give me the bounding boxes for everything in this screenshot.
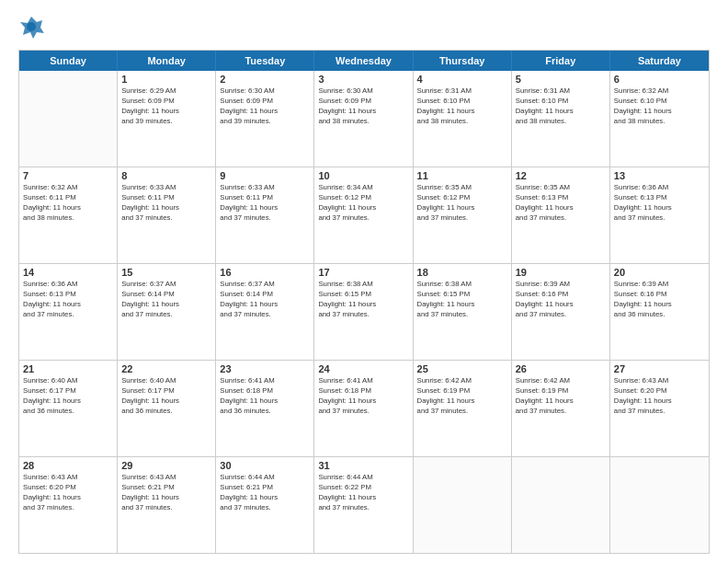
- cell-info: Sunrise: 6:35 AM Sunset: 6:13 PM Dayligh…: [516, 183, 606, 224]
- calendar-cell: 28Sunrise: 6:43 AM Sunset: 6:20 PM Dayli…: [19, 457, 118, 553]
- calendar-cell: 11Sunrise: 6:35 AM Sunset: 6:12 PM Dayli…: [414, 167, 512, 263]
- calendar-cell: 3Sunrise: 6:30 AM Sunset: 6:09 PM Daylig…: [314, 71, 413, 167]
- calendar-cell: [414, 457, 512, 553]
- cell-info: Sunrise: 6:30 AM Sunset: 6:09 PM Dayligh…: [220, 86, 310, 127]
- cell-info: Sunrise: 6:40 AM Sunset: 6:17 PM Dayligh…: [121, 376, 211, 417]
- calendar-cell: 21Sunrise: 6:40 AM Sunset: 6:17 PM Dayli…: [19, 361, 118, 456]
- cell-info: Sunrise: 6:31 AM Sunset: 6:10 PM Dayligh…: [516, 86, 606, 127]
- calendar-cell: 30Sunrise: 6:44 AM Sunset: 6:21 PM Dayli…: [216, 457, 314, 553]
- calendar-cell: [610, 457, 709, 553]
- cell-info: Sunrise: 6:44 AM Sunset: 6:22 PM Dayligh…: [318, 473, 408, 513]
- day-number: 11: [417, 170, 507, 181]
- calendar-cell: 9Sunrise: 6:33 AM Sunset: 6:11 PM Daylig…: [216, 167, 314, 263]
- calendar-cell: 20Sunrise: 6:39 AM Sunset: 6:16 PM Dayli…: [610, 264, 709, 360]
- calendar-cell: 23Sunrise: 6:41 AM Sunset: 6:18 PM Dayli…: [216, 361, 314, 456]
- cell-info: Sunrise: 6:37 AM Sunset: 6:14 PM Dayligh…: [121, 280, 211, 320]
- day-number: 12: [516, 170, 606, 181]
- day-number: 6: [614, 74, 705, 85]
- day-number: 5: [516, 74, 606, 85]
- day-number: 21: [23, 363, 113, 374]
- calendar-cell: 6Sunrise: 6:32 AM Sunset: 6:10 PM Daylig…: [610, 71, 709, 167]
- calendar-cell: 18Sunrise: 6:38 AM Sunset: 6:15 PM Dayli…: [414, 264, 512, 360]
- day-number: 15: [121, 267, 211, 278]
- calendar-cell: 5Sunrise: 6:31 AM Sunset: 6:10 PM Daylig…: [512, 71, 610, 167]
- cell-info: Sunrise: 6:43 AM Sunset: 6:21 PM Dayligh…: [121, 473, 211, 513]
- day-number: 25: [417, 363, 507, 374]
- day-number: 30: [220, 460, 310, 471]
- cell-info: Sunrise: 6:38 AM Sunset: 6:15 PM Dayligh…: [318, 280, 408, 320]
- calendar-cell: [19, 71, 118, 167]
- calendar: SundayMondayTuesdayWednesdayThursdayFrid…: [18, 50, 710, 554]
- day-number: 3: [318, 74, 408, 85]
- calendar-cell: 13Sunrise: 6:36 AM Sunset: 6:13 PM Dayli…: [610, 167, 709, 263]
- calendar-cell: 19Sunrise: 6:39 AM Sunset: 6:16 PM Dayli…: [512, 264, 610, 360]
- calendar-cell: 2Sunrise: 6:30 AM Sunset: 6:09 PM Daylig…: [216, 71, 314, 167]
- calendar-week: 7Sunrise: 6:32 AM Sunset: 6:11 PM Daylig…: [19, 167, 709, 263]
- day-number: 2: [220, 74, 310, 85]
- day-number: 14: [23, 267, 113, 278]
- calendar-cell: 22Sunrise: 6:40 AM Sunset: 6:17 PM Dayli…: [118, 361, 216, 456]
- calendar-cell: 12Sunrise: 6:35 AM Sunset: 6:13 PM Dayli…: [512, 167, 610, 263]
- cell-info: Sunrise: 6:37 AM Sunset: 6:14 PM Dayligh…: [220, 280, 310, 320]
- calendar-cell: 16Sunrise: 6:37 AM Sunset: 6:14 PM Dayli…: [216, 264, 314, 360]
- day-number: 9: [220, 170, 310, 181]
- calendar-week: 1Sunrise: 6:29 AM Sunset: 6:09 PM Daylig…: [19, 71, 709, 167]
- calendar-cell: 10Sunrise: 6:34 AM Sunset: 6:12 PM Dayli…: [314, 167, 413, 263]
- day-number: 20: [614, 267, 705, 278]
- cell-info: Sunrise: 6:43 AM Sunset: 6:20 PM Dayligh…: [614, 376, 705, 417]
- calendar-cell: 25Sunrise: 6:42 AM Sunset: 6:19 PM Dayli…: [414, 361, 512, 456]
- day-number: 10: [318, 170, 408, 181]
- calendar-week: 21Sunrise: 6:40 AM Sunset: 6:17 PM Dayli…: [19, 360, 709, 456]
- header-day: Sunday: [19, 51, 118, 71]
- calendar-cell: 7Sunrise: 6:32 AM Sunset: 6:11 PM Daylig…: [19, 167, 118, 263]
- calendar-cell: 24Sunrise: 6:41 AM Sunset: 6:18 PM Dayli…: [314, 361, 413, 456]
- header-day: Saturday: [610, 51, 709, 71]
- cell-info: Sunrise: 6:34 AM Sunset: 6:12 PM Dayligh…: [318, 183, 408, 224]
- header-day: Monday: [118, 51, 216, 71]
- day-number: 7: [23, 170, 113, 181]
- cell-info: Sunrise: 6:42 AM Sunset: 6:19 PM Dayligh…: [516, 376, 606, 417]
- header-day: Tuesday: [216, 51, 314, 71]
- calendar-cell: 29Sunrise: 6:43 AM Sunset: 6:21 PM Dayli…: [118, 457, 216, 553]
- calendar-cell: 14Sunrise: 6:36 AM Sunset: 6:13 PM Dayli…: [19, 264, 118, 360]
- day-number: 31: [318, 460, 408, 471]
- day-number: 17: [318, 267, 408, 278]
- header-day: Thursday: [414, 51, 512, 71]
- cell-info: Sunrise: 6:43 AM Sunset: 6:20 PM Dayligh…: [23, 473, 113, 513]
- day-number: 4: [417, 74, 507, 85]
- cell-info: Sunrise: 6:36 AM Sunset: 6:13 PM Dayligh…: [23, 280, 113, 320]
- day-number: 18: [417, 267, 507, 278]
- cell-info: Sunrise: 6:35 AM Sunset: 6:12 PM Dayligh…: [417, 183, 507, 224]
- day-number: 24: [318, 363, 408, 374]
- calendar-body: 1Sunrise: 6:29 AM Sunset: 6:09 PM Daylig…: [19, 71, 709, 553]
- day-number: 8: [121, 170, 211, 181]
- cell-info: Sunrise: 6:32 AM Sunset: 6:10 PM Dayligh…: [614, 86, 705, 127]
- day-number: 27: [614, 363, 705, 374]
- cell-info: Sunrise: 6:44 AM Sunset: 6:21 PM Dayligh…: [220, 473, 310, 513]
- day-number: 1: [121, 74, 211, 85]
- calendar-cell: 27Sunrise: 6:43 AM Sunset: 6:20 PM Dayli…: [610, 361, 709, 456]
- day-number: 29: [121, 460, 211, 471]
- day-number: 28: [23, 460, 113, 471]
- day-number: 23: [220, 363, 310, 374]
- cell-info: Sunrise: 6:40 AM Sunset: 6:17 PM Dayligh…: [23, 376, 113, 417]
- cell-info: Sunrise: 6:39 AM Sunset: 6:16 PM Dayligh…: [516, 280, 606, 320]
- cell-info: Sunrise: 6:38 AM Sunset: 6:15 PM Dayligh…: [417, 280, 507, 320]
- calendar-cell: 4Sunrise: 6:31 AM Sunset: 6:10 PM Daylig…: [414, 71, 512, 167]
- calendar-cell: [512, 457, 610, 553]
- day-number: 19: [516, 267, 606, 278]
- cell-info: Sunrise: 6:29 AM Sunset: 6:09 PM Dayligh…: [121, 86, 211, 127]
- cell-info: Sunrise: 6:41 AM Sunset: 6:18 PM Dayligh…: [318, 376, 408, 417]
- cell-info: Sunrise: 6:42 AM Sunset: 6:19 PM Dayligh…: [417, 376, 507, 417]
- calendar-cell: 1Sunrise: 6:29 AM Sunset: 6:09 PM Daylig…: [118, 71, 216, 167]
- cell-info: Sunrise: 6:33 AM Sunset: 6:11 PM Dayligh…: [121, 183, 211, 224]
- calendar-cell: 8Sunrise: 6:33 AM Sunset: 6:11 PM Daylig…: [118, 167, 216, 263]
- calendar-cell: 26Sunrise: 6:42 AM Sunset: 6:19 PM Dayli…: [512, 361, 610, 456]
- logo-icon: [18, 15, 44, 40]
- page: SundayMondayTuesdayWednesdayThursdayFrid…: [0, 0, 728, 563]
- day-number: 26: [516, 363, 606, 374]
- cell-info: Sunrise: 6:30 AM Sunset: 6:09 PM Dayligh…: [318, 86, 408, 127]
- calendar-cell: 15Sunrise: 6:37 AM Sunset: 6:14 PM Dayli…: [118, 264, 216, 360]
- calendar-cell: 17Sunrise: 6:38 AM Sunset: 6:15 PM Dayli…: [314, 264, 413, 360]
- calendar-cell: 31Sunrise: 6:44 AM Sunset: 6:22 PM Dayli…: [314, 457, 413, 553]
